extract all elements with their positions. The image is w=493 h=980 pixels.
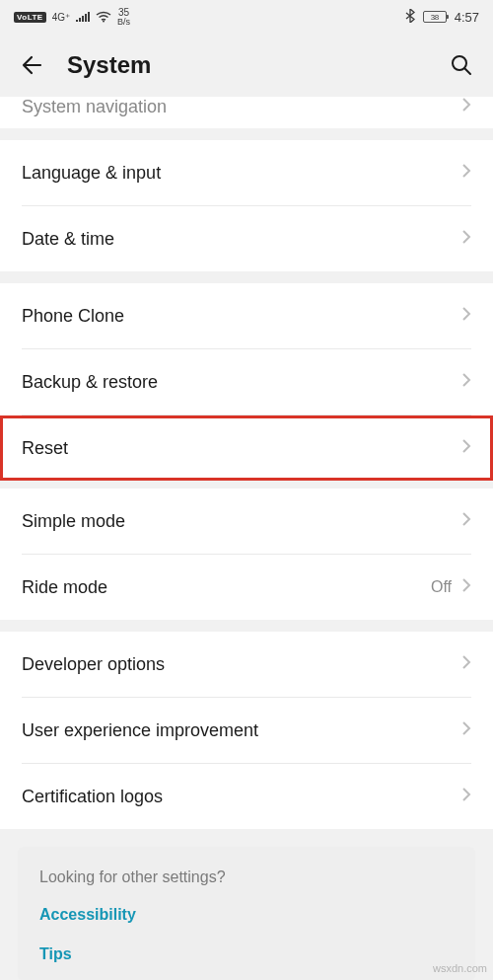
row-ride-mode[interactable]: Ride mode Off	[0, 555, 493, 620]
row-label: Reset	[22, 438, 461, 459]
network-rate-num: 35	[118, 7, 129, 18]
chevron-right-icon	[461, 229, 471, 250]
chevron-right-icon	[461, 654, 471, 675]
battery-pct: 38	[431, 13, 439, 22]
app-bar: System	[0, 34, 493, 97]
row-label: User experience improvement	[22, 720, 461, 741]
row-system-navigation[interactable]: System navigation	[0, 97, 493, 128]
row-reset[interactable]: Reset	[0, 415, 493, 481]
row-phone-clone[interactable]: Phone Clone	[0, 283, 493, 348]
row-language-input[interactable]: Language & input	[0, 140, 493, 205]
chevron-right-icon	[461, 577, 471, 598]
row-label: Certification logos	[22, 787, 461, 807]
battery-icon: 38	[423, 11, 447, 23]
back-button[interactable]	[18, 51, 45, 79]
chevron-right-icon	[461, 438, 471, 459]
chevron-right-icon	[461, 511, 471, 532]
network-rate: 35 B/s	[117, 8, 130, 27]
svg-point-0	[103, 21, 105, 23]
card-heading: Looking for other settings?	[39, 868, 454, 886]
row-label: Date & time	[22, 229, 461, 250]
back-arrow-icon	[20, 53, 43, 77]
row-label: Developer options	[22, 654, 461, 675]
row-label: Simple mode	[22, 511, 461, 532]
row-date-time[interactable]: Date & time	[0, 206, 493, 271]
row-value: Off	[431, 578, 452, 596]
status-left: VoLTE 4G⁺ 35 B/s	[14, 8, 130, 27]
link-tips[interactable]: Tips	[39, 945, 454, 963]
clock: 4:57	[455, 10, 479, 25]
chevron-right-icon	[461, 720, 471, 741]
bluetooth-icon	[405, 9, 415, 26]
row-label: System navigation	[22, 97, 461, 117]
network-gen: 4G⁺	[52, 12, 70, 23]
chevron-right-icon	[461, 787, 471, 807]
chevron-right-icon	[461, 306, 471, 327]
wifi-icon	[96, 11, 111, 23]
row-simple-mode[interactable]: Simple mode	[0, 489, 493, 554]
row-label: Backup & restore	[22, 372, 461, 393]
settings-list[interactable]: System navigation Language & input Date …	[0, 97, 493, 980]
row-label: Language & input	[22, 163, 461, 184]
chevron-right-icon	[461, 372, 471, 393]
search-button[interactable]	[448, 51, 475, 79]
other-settings-card: Looking for other settings? Accessibilit…	[18, 847, 475, 980]
row-certification-logos[interactable]: Certification logos	[0, 764, 493, 829]
row-developer-options[interactable]: Developer options	[0, 632, 493, 697]
row-backup-restore[interactable]: Backup & restore	[0, 349, 493, 415]
battery-indicator: 38	[423, 11, 447, 23]
link-accessibility[interactable]: Accessibility	[39, 906, 454, 924]
search-icon	[450, 53, 473, 77]
page-title: System	[67, 51, 426, 79]
volte-badge: VoLTE	[14, 12, 46, 23]
watermark: wsxdn.com	[433, 962, 487, 974]
status-right: 38 4:57	[405, 9, 479, 26]
network-rate-unit: B/s	[117, 18, 130, 27]
signal-icon	[76, 12, 90, 22]
row-label: Ride mode	[22, 577, 431, 598]
row-user-experience-improvement[interactable]: User experience improvement	[0, 698, 493, 763]
row-label: Phone Clone	[22, 306, 461, 327]
chevron-right-icon	[461, 97, 471, 117]
status-bar: VoLTE 4G⁺ 35 B/s 38 4:57	[0, 0, 493, 34]
chevron-right-icon	[461, 163, 471, 184]
